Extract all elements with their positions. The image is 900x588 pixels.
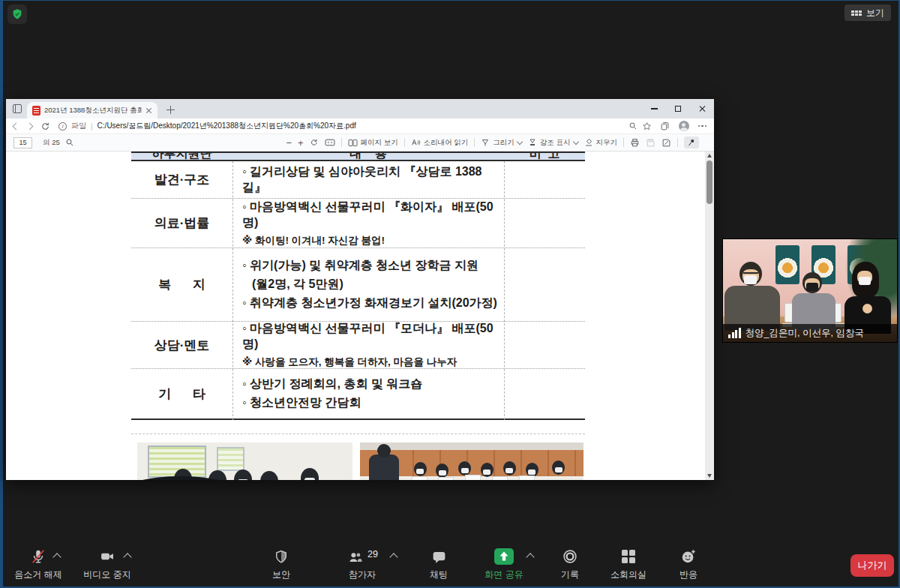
url-text: C:/Users/꿈드림/Desktop/2021년%201388청소년지원단%… [98,121,356,131]
address-bar[interactable]: i 파일 | C:/Users/꿈드림/Desktop/2021년%201388… [58,121,652,131]
draw-button[interactable]: 그리기 [481,138,522,148]
photo-certificate [492,476,508,480]
page-view-button[interactable]: 페이지 보기 [348,138,398,148]
separator [404,138,405,147]
meeting-security-badge[interactable] [8,4,27,24]
shared-edge-browser-window: 2021년 1388청소년지원단 총회 i 파일 | C:/Users/꿈드림/ [6,99,714,480]
participants-icon [346,549,364,565]
shield-check-icon [11,8,23,20]
table-row: 상담·멘토 ◦ 마음방역백신 선물꾸러미 『모더나』 배포(50명) ※ 사랑을… [131,322,585,369]
zoom-meeting-window: 보기 2021년 1388청소년지원단 총회 [0,0,900,588]
participants-button[interactable]: 29 참가자 [326,548,398,581]
scroll-down-icon[interactable] [707,474,712,478]
minimize-icon [651,108,658,109]
tab-layout-icon[interactable] [13,104,22,113]
security-button[interactable]: 보안 [245,548,317,581]
favorites-star-icon[interactable] [642,122,652,131]
content-line: ◦ 상반기 정례회의, 총회 및 워크숍 [242,376,504,392]
content-line: ◦ 마음방역백신 선물꾸러미 『화이자』 배포(50명) [242,200,504,231]
view-button[interactable]: 보기 [844,4,891,21]
row-remark [504,161,585,198]
wall-art [776,245,800,284]
page-view-label: 페이지 보기 [361,138,398,148]
gallery-view-icon [851,10,862,16]
table-row: 발견·구조 ◦ 길거리상담 및 심야아웃리치 『상담로 1388길』 [131,161,585,199]
photo-person [260,471,278,480]
content-line: ◦ 마음방역백신 선물꾸러미 『모더나』 배포(50명) [242,321,504,352]
chat-button[interactable]: 채팅 [403,548,475,581]
photo-person [369,454,399,480]
save-icon[interactable] [646,138,656,148]
print-icon[interactable] [630,138,640,148]
draw-dropdown-icon[interactable] [517,138,523,144]
leave-meeting-button[interactable]: 나가기 [850,554,894,577]
read-aloud-button[interactable]: 소리내어 읽기 [411,138,469,148]
eraser-icon [584,138,593,147]
table-header-col3: 비 고 [504,152,585,160]
row-remark [504,199,585,248]
content-note-line: ※ 사랑을 모으자, 행복을 더하자, 마음을 나누자 [242,356,504,369]
highlight-dropdown-icon[interactable] [572,138,578,144]
rotate-icon[interactable] [310,138,319,147]
pdf-toolbar: 15 의 25 − + [6,134,714,152]
chat-bubble-icon [431,549,447,565]
scroll-up-icon[interactable] [707,154,712,158]
page-number-input[interactable]: 15 [14,137,32,148]
close-button[interactable] [690,99,714,118]
page-view-icon [348,139,358,147]
person-mask [806,283,818,291]
participants-label: 참가자 [349,568,376,581]
minimize-button[interactable] [642,99,666,118]
toolbar-pin-button[interactable] [684,136,699,148]
forward-icon[interactable] [26,122,34,130]
zoom-page-icon[interactable] [628,122,638,130]
record-label: 기록 [561,568,579,581]
photo-person [503,461,516,476]
unmute-label: 음소거 해제 [14,568,62,581]
maximize-icon [675,106,681,112]
pdf-search-icon[interactable] [65,138,74,147]
profile-avatar[interactable] [679,121,689,131]
chat-label: 채팅 [430,568,448,581]
breakout-rooms-label: 소회의실 [610,568,646,581]
photo-certificate [519,476,535,480]
participant-video-tile[interactable]: 청양_김은미, 이선우, 임창국 [722,238,898,343]
zoom-in-icon[interactable]: + [298,137,304,148]
video-camera-icon [98,549,116,564]
fit-to-width-icon[interactable] [325,138,335,147]
page-info-icon[interactable]: i [58,122,67,130]
zoom-out-icon[interactable]: − [286,137,292,148]
content-line: ◦ 위기(가능) 및 취약계층 청소년 장학금 지원 [242,258,504,274]
unmute-button[interactable]: 음소거 해제 [2,548,74,581]
row-category: 기 타 [131,369,232,418]
highlight-label: 강조 표시 [540,138,571,148]
save-as-icon[interactable] [662,138,671,148]
scrollbar-thumb[interactable] [706,160,712,204]
window-border-left [0,0,3,588]
separator [474,138,475,147]
row-category: 의료·법률 [131,199,232,248]
highlight-button[interactable]: 강조 표시 [528,138,578,148]
photo-window [217,447,244,471]
tab-close-icon[interactable] [146,107,152,114]
read-aloud-label: 소리내어 읽기 [424,138,469,148]
row-category: 상담·멘토 [131,322,232,368]
collections-icon[interactable] [660,122,670,131]
reactions-label: 반응 [680,568,698,581]
refresh-icon[interactable] [40,122,50,131]
reactions-button[interactable]: 반응 [652,548,724,581]
url-scheme-label: 파일 [71,121,86,131]
browser-tab[interactable]: 2021년 1388청소년지원단 총회 [27,102,158,118]
erase-button[interactable]: 지우기 [584,138,618,148]
pdf-scrollbar[interactable] [705,152,714,480]
content-line: ◦ 취약계층 청소년가정 화재경보기 설치(20가정) [242,296,504,311]
maximize-button[interactable] [666,99,690,118]
window-controls [642,99,714,118]
browser-menu-icon[interactable] [698,125,706,127]
participant-name: 청양_김은미, 이선우, 임창국 [746,327,864,340]
security-label: 보안 [272,568,290,581]
stop-video-button[interactable]: 비디오 중지 [71,548,143,581]
back-icon[interactable] [13,122,20,130]
new-tab-button[interactable] [166,106,175,114]
photo-person [414,462,427,476]
